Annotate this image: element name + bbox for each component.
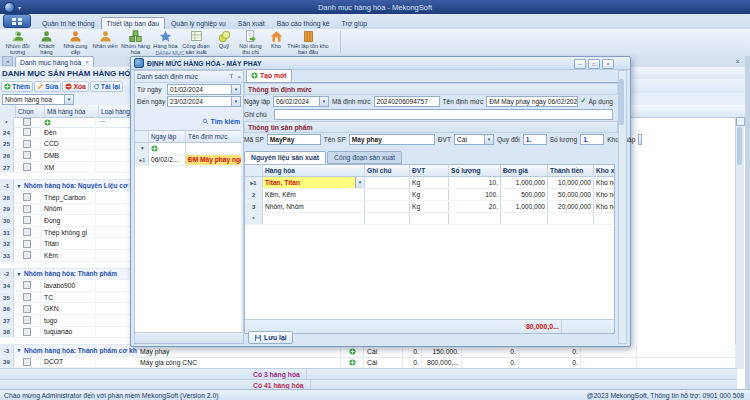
search-button[interactable]: Tìm kiếm: [202, 118, 240, 125]
catalog-row[interactable]: 36GKN: [0, 303, 137, 315]
catalog-row[interactable]: 39DCOT: [0, 357, 137, 369]
group-filter-combo[interactable]: Nhóm hàng hóa▼: [2, 94, 74, 105]
so-luong-field[interactable]: 1.: [580, 134, 604, 145]
row-checkbox[interactable]: [23, 251, 31, 259]
save-button[interactable]: Lưu lại: [248, 331, 293, 344]
material-new-row[interactable]: *: [245, 213, 614, 225]
row-checkbox[interactable]: [23, 118, 31, 126]
row-checkbox[interactable]: [23, 228, 31, 236]
row-checkbox[interactable]: [23, 358, 31, 366]
panel-close-icon[interactable]: ×: [237, 74, 241, 80]
ma-sp-field[interactable]: MayPay: [267, 134, 321, 145]
grid-col-5[interactable]: Thành tiền: [548, 165, 594, 176]
from-date-field[interactable]: 01/02/2024▼: [167, 84, 241, 95]
tab-close-icon[interactable]: ×: [85, 59, 89, 65]
row-checkbox[interactable]: [23, 140, 31, 148]
catalog-row[interactable]: 38tuquanao: [0, 327, 137, 339]
tab-nguyen-lieu-san-xuat[interactable]: Nguyên liệu sản xuất: [244, 151, 326, 164]
col-chon[interactable]: Chọn: [16, 105, 45, 117]
kho-nhap-field[interactable]: ▼: [638, 134, 642, 145]
list-filter-row[interactable]: ▾: [135, 143, 241, 155]
row-checkbox[interactable]: [23, 281, 31, 289]
quy-doi-field[interactable]: 1.: [523, 134, 547, 145]
catalog-row[interactable]: 24Đèn: [0, 127, 137, 139]
row-checkbox[interactable]: [23, 128, 31, 136]
document-close-button[interactable]: ×: [733, 57, 742, 66]
collapse-icon[interactable]: ▾: [14, 183, 24, 189]
grid-col-6[interactable]: Kho xuất: [594, 165, 614, 176]
catalog-row[interactable]: 26DMB: [0, 150, 137, 162]
chevron-down-icon[interactable]: ▼: [231, 85, 240, 94]
row-checkbox[interactable]: [23, 205, 31, 213]
pin-icon[interactable]: [228, 73, 235, 80]
ribbon-tab[interactable]: Thiết lập ban đầu: [101, 17, 166, 29]
material-row[interactable]: 3Nhôm, NhômKg20.1,000,00020,000,000Kho n…: [245, 201, 614, 213]
ribbon-tab[interactable]: Báo cáo thống kê: [271, 17, 336, 29]
row-checkbox[interactable]: [23, 193, 31, 201]
row-checkbox[interactable]: [23, 305, 31, 313]
tab-tao-moi[interactable]: Tạo mới: [246, 69, 292, 82]
catalog-row[interactable]: 32Titan: [0, 238, 137, 250]
ribbon-button-customer[interactable]: Khách hàng: [33, 29, 60, 55]
catalog-row[interactable]: 31Thép không gỉ: [0, 227, 137, 239]
ribbon-button-people-group[interactable]: Nhóm đối tượng: [2, 29, 33, 55]
catalog-row[interactable]: 33Kẽm: [0, 250, 137, 262]
column-chooser-button[interactable]: [736, 117, 745, 126]
group-row[interactable]: -2▾Nhóm hàng hóa: Thành phẩm: [0, 269, 137, 281]
tab-cong-doan-san-xuat[interactable]: Công đoạn sản xuất: [327, 151, 402, 164]
delete-button[interactable]: Xóa: [62, 81, 88, 92]
row-checkbox[interactable]: [23, 216, 31, 224]
minimize-button[interactable]: ─: [574, 59, 586, 69]
ribbon-tab[interactable]: Trợ giúp: [336, 17, 373, 29]
ribbon-button-receipt[interactable]: Nội dung thu chi: [235, 29, 266, 55]
ribbon-button-initial-stock[interactable]: Thiết lập tồn kho ban đầu: [286, 29, 330, 55]
ngay-lap-field[interactable]: 06/02/2024▼: [273, 96, 329, 107]
grid-col-1[interactable]: Ghi chú: [365, 165, 410, 176]
chevron-down-icon[interactable]: ▼: [319, 97, 328, 106]
ap-dung-checkbox[interactable]: ✓Áp dụng: [581, 97, 613, 105]
group-row[interactable]: -1▾Nhóm hàng hóa: Nguyên Liệu cơ khí: [0, 180, 137, 192]
ma-dinh-muc-field[interactable]: 20240206094757: [374, 96, 440, 107]
catalog-row[interactable]: 25CCD: [0, 139, 137, 151]
catalog-row[interactable]: 28Thép_Carbon: [0, 192, 137, 204]
row-checkbox[interactable]: [23, 293, 31, 301]
dvt-field[interactable]: Cái▼: [454, 134, 494, 145]
scrollbar-thumb[interactable]: [737, 127, 742, 165]
tab-scroll-button[interactable]: ◂: [2, 56, 13, 66]
add-button[interactable]: Thêm: [1, 81, 33, 92]
application-menu-button[interactable]: [3, 14, 31, 28]
reload-button[interactable]: Tải lại: [90, 81, 123, 92]
col-ma-hang-hoa[interactable]: Mã hàng hóa: [45, 105, 99, 117]
row-checkbox[interactable]: [23, 240, 31, 248]
grid-col-4[interactable]: Đơn giá: [501, 165, 548, 176]
chevron-down-icon[interactable]: ▼: [231, 97, 240, 106]
col-ten-dinh-muc[interactable]: Tên định mức: [186, 131, 241, 142]
material-row[interactable]: ▸1Titan, Titan▼Kg10.1,000,00010,000,000K…: [245, 177, 614, 189]
ten-sp-field[interactable]: Máy phay: [349, 134, 435, 145]
catalog-row[interactable]: 27XM: [0, 162, 137, 174]
grid-col-0[interactable]: Hàng hóa: [263, 165, 365, 176]
editor-scrollbar[interactable]: [618, 70, 627, 344]
to-date-field[interactable]: 23/02/2024▼: [167, 96, 241, 107]
document-tab[interactable]: Danh mục hàng hóa ×: [15, 56, 94, 67]
material-row[interactable]: 2Kẽm, KẽmKg100.500,00050,000,000Kho nguy…: [245, 189, 614, 201]
chevron-down-icon[interactable]: ▼: [484, 135, 493, 144]
catalog-row[interactable]: 30Đồng: [0, 215, 137, 227]
edit-button[interactable]: Sửa: [34, 81, 61, 92]
catalog-row[interactable]: 29Nhôm: [0, 204, 137, 216]
row-checkbox[interactable]: [23, 163, 31, 171]
close-button[interactable]: ×: [602, 59, 614, 69]
col-ngay-lap[interactable]: Ngày lập: [149, 131, 186, 142]
ribbon-button-warehouse[interactable]: Kho: [266, 29, 286, 55]
vertical-scrollbar[interactable]: [735, 117, 744, 369]
grid-col-3[interactable]: Số lượng: [449, 165, 501, 176]
catalog-row[interactable]: 37tugo: [0, 315, 137, 327]
scrollbar-thumb[interactable]: [619, 79, 624, 125]
ghi-chu-field[interactable]: [274, 109, 613, 120]
ribbon-tab[interactable]: Sản xuất: [232, 17, 271, 29]
bom-list-row[interactable]: ▸1 06/02/2... ĐM Máy phay ngà...: [135, 155, 241, 167]
add-row-icon[interactable]: [44, 119, 51, 126]
chevron-down-icon[interactable]: ▼: [638, 135, 641, 144]
ribbon-button-employee[interactable]: Nhân viên: [91, 29, 119, 55]
ten-dinh-muc-field[interactable]: ĐM Máy phay ngày 06/02/2024: [486, 96, 577, 107]
